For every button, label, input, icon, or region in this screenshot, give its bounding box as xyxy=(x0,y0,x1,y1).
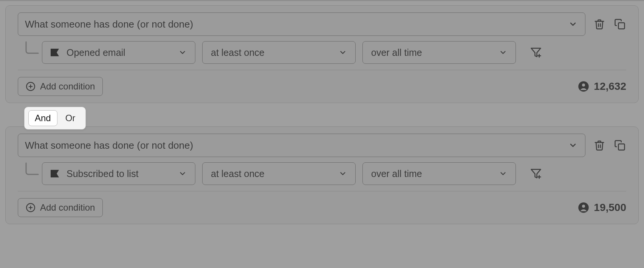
condition-group-1: What someone has done (or not done) xyxy=(5,5,639,103)
timeframe-select[interactable]: over all time xyxy=(362,162,516,185)
person-icon xyxy=(578,81,589,92)
timeframe-label: over all time xyxy=(371,168,422,179)
condition-type-select[interactable]: What someone has done (or not done) xyxy=(18,12,585,36)
event-label: Opened email xyxy=(67,47,125,58)
timeframe-label: over all time xyxy=(371,47,422,58)
chevron-down-icon xyxy=(499,169,507,178)
chevron-down-icon xyxy=(339,48,347,57)
add-filter-button[interactable] xyxy=(529,167,542,180)
divider xyxy=(18,70,626,70)
frequency-select[interactable]: at least once xyxy=(202,41,356,64)
condition-type-select[interactable]: What someone has done (or not done) xyxy=(18,134,585,157)
audience-count-value: 19,500 xyxy=(594,202,626,214)
elbow-connector-icon xyxy=(23,41,40,56)
chevron-down-icon xyxy=(499,48,507,57)
event-select[interactable]: Subscribed to list xyxy=(42,162,195,185)
svg-rect-0 xyxy=(618,23,624,29)
person-icon xyxy=(578,202,589,213)
flag-icon xyxy=(51,170,60,177)
audience-count: 19,500 xyxy=(578,202,626,214)
chevron-down-icon xyxy=(178,48,187,57)
svg-rect-9 xyxy=(618,144,624,150)
frequency-label: at least once xyxy=(211,47,265,58)
timeframe-select[interactable]: over all time xyxy=(362,41,516,64)
divider xyxy=(18,191,626,191)
frequency-label: at least once xyxy=(211,168,265,179)
plus-circle-icon xyxy=(26,203,36,213)
plus-circle-icon xyxy=(26,82,36,91)
audience-count-value: 12,632 xyxy=(594,80,626,92)
chevron-down-icon xyxy=(178,169,187,178)
add-condition-label: Add condition xyxy=(40,81,95,92)
event-select[interactable]: Opened email xyxy=(42,41,195,64)
add-condition-button[interactable]: Add condition xyxy=(18,198,103,217)
logic-and-button[interactable]: And xyxy=(28,110,57,126)
add-filter-button[interactable] xyxy=(529,46,542,59)
flag-icon xyxy=(51,49,60,56)
clone-button[interactable] xyxy=(613,139,626,152)
condition-type-label: What someone has done (or not done) xyxy=(25,18,193,30)
logic-or-button[interactable]: Or xyxy=(59,110,82,126)
chevron-down-icon xyxy=(339,169,347,178)
condition-type-label: What someone has done (or not done) xyxy=(25,140,193,151)
condition-group-2: What someone has done (or not done) xyxy=(5,126,639,224)
audience-count: 12,632 xyxy=(578,80,626,92)
frequency-select[interactable]: at least once xyxy=(202,162,356,185)
delete-button[interactable] xyxy=(593,139,606,152)
chevron-down-icon xyxy=(568,20,577,29)
chevron-down-icon xyxy=(568,141,577,150)
elbow-connector-icon xyxy=(23,162,40,177)
event-label: Subscribed to list xyxy=(67,168,138,179)
clone-button[interactable] xyxy=(613,18,626,31)
svg-point-8 xyxy=(582,83,585,86)
add-condition-button[interactable]: Add condition xyxy=(18,77,103,96)
svg-point-17 xyxy=(582,205,585,208)
add-condition-label: Add condition xyxy=(40,202,95,213)
delete-button[interactable] xyxy=(593,18,606,31)
logic-toggle: And Or xyxy=(24,107,86,129)
